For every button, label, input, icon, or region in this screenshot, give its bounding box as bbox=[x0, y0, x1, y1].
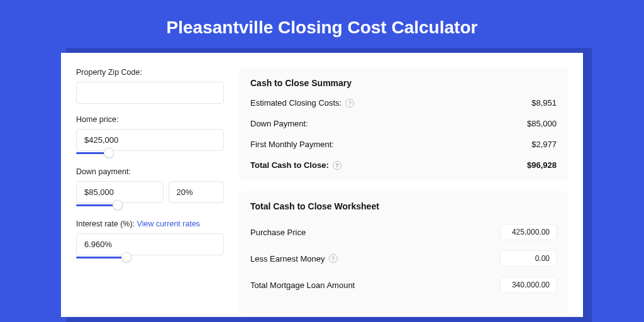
results-panel: Cash to Close Summary Estimated Closing … bbox=[224, 68, 568, 317]
worksheet-row: Purchase Price 425,000.00 bbox=[250, 224, 557, 240]
interest-rate-label-text: Interest rate (%): bbox=[76, 219, 135, 228]
help-icon[interactable]: ? bbox=[345, 99, 354, 108]
summary-row-value: $96,928 bbox=[527, 160, 557, 170]
interest-rate-input[interactable] bbox=[76, 233, 224, 255]
summary-row: Estimated Closing Costs: ? $8,951 bbox=[250, 98, 557, 108]
summary-row-label: First Monthly Payment: bbox=[250, 140, 334, 149]
help-icon[interactable]: ? bbox=[329, 254, 338, 263]
home-price-label: Home price: bbox=[76, 115, 224, 124]
home-price-slider[interactable] bbox=[76, 150, 224, 156]
summary-row-value: $85,000 bbox=[527, 119, 557, 128]
summary-row-total: Total Cash to Close: ? $96,928 bbox=[250, 160, 557, 170]
worksheet-row: Total Mortgage Loan Amount 340,000.00 bbox=[250, 277, 557, 293]
zip-field: Property Zip Code: bbox=[76, 68, 224, 104]
help-icon[interactable]: ? bbox=[333, 161, 341, 170]
worksheet-row-label: Total Mortgage Loan Amount bbox=[250, 280, 355, 290]
down-payment-field: Down payment: bbox=[76, 167, 224, 208]
worksheet-row-value[interactable]: 0.00 bbox=[500, 250, 557, 267]
worksheet-row-value[interactable]: 425,000.00 bbox=[500, 224, 557, 240]
home-price-input[interactable] bbox=[76, 129, 224, 151]
zip-label: Property Zip Code: bbox=[76, 68, 224, 77]
worksheet-card: Total Cash to Close Worksheet Purchase P… bbox=[239, 191, 568, 313]
summary-row-label: Total Cash to Close: bbox=[250, 160, 329, 170]
interest-rate-label: Interest rate (%): View current rates bbox=[76, 219, 224, 228]
page-title: Pleasantville Closing Cost Calculator bbox=[0, 0, 644, 53]
down-payment-pct-input[interactable] bbox=[169, 181, 225, 203]
summary-row: Down Payment: $85,000 bbox=[250, 119, 557, 128]
worksheet-row: Less Earnest Money ? 0.00 bbox=[250, 250, 557, 267]
worksheet-heading: Total Cash to Close Worksheet bbox=[250, 201, 557, 211]
summary-row-value: $8,951 bbox=[531, 98, 557, 108]
down-payment-input[interactable] bbox=[76, 181, 164, 203]
interest-rate-slider[interactable] bbox=[76, 254, 224, 260]
slider-thumb-icon[interactable] bbox=[121, 252, 131, 262]
down-payment-label: Down payment: bbox=[76, 167, 224, 176]
slider-thumb-icon[interactable] bbox=[113, 200, 123, 210]
worksheet-row-value[interactable]: 340,000.00 bbox=[500, 277, 557, 293]
worksheet-row-label: Less Earnest Money bbox=[250, 254, 325, 264]
summary-row-label: Down Payment: bbox=[250, 119, 308, 128]
interest-rate-field: Interest rate (%): View current rates bbox=[76, 219, 224, 260]
slider-thumb-icon[interactable] bbox=[104, 148, 114, 158]
summary-row-label: Estimated Closing Costs: bbox=[250, 98, 341, 108]
home-price-field: Home price: bbox=[76, 115, 224, 156]
summary-row: First Monthly Payment: $2,977 bbox=[250, 140, 557, 149]
summary-heading: Cash to Close Summary bbox=[250, 78, 557, 88]
calculator-container: Property Zip Code: Home price: Down paym… bbox=[61, 53, 583, 317]
view-rates-link[interactable]: View current rates bbox=[137, 219, 201, 228]
zip-input[interactable] bbox=[76, 82, 224, 104]
summary-row-value: $2,977 bbox=[531, 140, 557, 149]
summary-card: Cash to Close Summary Estimated Closing … bbox=[239, 68, 568, 180]
calculator-card: Property Zip Code: Home price: Down paym… bbox=[61, 53, 583, 317]
input-panel: Property Zip Code: Home price: Down paym… bbox=[76, 68, 224, 317]
worksheet-row-label: Purchase Price bbox=[250, 228, 306, 237]
down-payment-slider[interactable] bbox=[76, 202, 224, 208]
